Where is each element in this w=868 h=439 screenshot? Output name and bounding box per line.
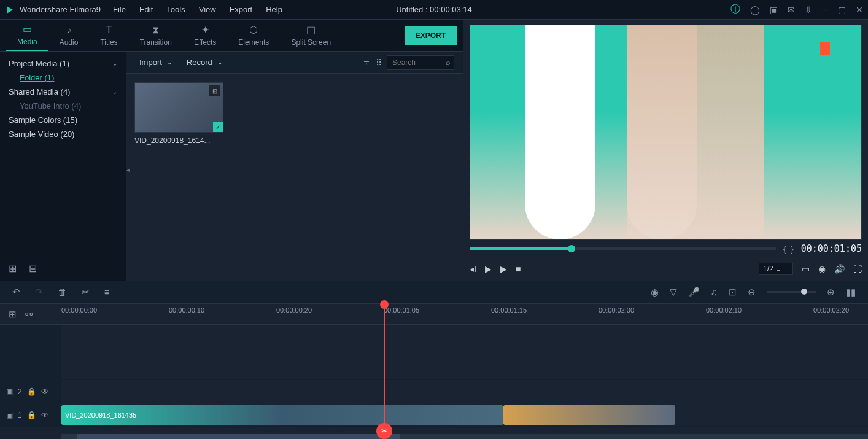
snapshot-icon[interactable]: ◉ [818,264,826,274]
split-icon[interactable]: ✂ [82,287,90,298]
tab-titles[interactable]: TTitles [89,21,128,50]
tree-label: Project Media (1) [9,59,69,68]
track-body[interactable] [61,380,868,403]
preview-progress[interactable] [470,247,776,250]
stop-button[interactable]: ■ [516,264,521,274]
left-panel: ▭Media ♪Audio TTitles ⧗Transition ✦Effec… [0,20,463,281]
minimize-icon[interactable]: ─ [822,5,828,15]
export-button[interactable]: EXPORT [405,26,457,45]
delete-icon[interactable]: 🗑 [58,287,67,297]
lock-icon[interactable]: 🔒 [27,411,36,419]
options-icon[interactable]: ≡ [104,287,110,297]
render-icon[interactable]: ◉ [651,287,659,298]
download-icon[interactable]: ⇩ [805,5,812,15]
marker-icon[interactable]: ▽ [670,287,677,298]
timeline-clip[interactable]: VID_20200918_161435 [61,405,503,425]
save-icon[interactable]: ▣ [770,5,778,15]
tab-label: Effects [194,38,216,47]
track-body[interactable]: VID_20200918_161435 [61,403,868,426]
search-icon[interactable]: ⌕ [446,58,451,67]
voiceover-icon[interactable]: 🎤 [688,287,700,298]
tab-label: Split Screen [291,38,331,47]
filter-icon[interactable]: ⫧ [362,58,371,68]
menu-file[interactable]: File [113,5,126,14]
prev-frame-button[interactable]: ◂Ⅰ [470,264,476,274]
menu-edit[interactable]: Edit [139,5,153,14]
tree-label: Sample Video (20) [9,130,74,139]
fullscreen-icon[interactable]: ⛶ [853,264,862,274]
clip-name: VID_20200918_1614... [134,136,223,145]
link-icon[interactable]: ⚯ [25,309,33,320]
redo-icon[interactable]: ↷ [35,287,43,298]
tab-label: Elements [238,38,269,47]
elements-icon: ⬡ [249,24,258,36]
in-bracket-icon[interactable]: { [783,244,786,254]
ruler-tick: 00:00:00:00 [61,306,97,314]
maximize-icon[interactable]: ▢ [838,5,846,15]
search-wrap: ⌕ [387,55,454,70]
lock-icon[interactable]: 🔒 [27,387,36,396]
audio-mixer-icon[interactable]: ♫ [711,287,718,297]
tab-label: Media [17,37,37,46]
clip-thumbnail: ⊞ ✓ [134,82,223,133]
visibility-icon[interactable]: 👁 [41,411,48,419]
ruler-tick: 00:00:02:20 [813,306,849,314]
zoom-fit-icon[interactable]: ▮▮ [846,287,856,298]
undo-icon[interactable]: ↶ [12,287,20,298]
tab-elements[interactable]: ⬡Elements [227,20,280,50]
media-clip[interactable]: ⊞ ✓ VID_20200918_1614... [134,82,223,145]
tree-shared-media[interactable]: Shared Media (4)⌄ [0,85,126,99]
clip-used-icon: ✓ [213,122,223,132]
record-button[interactable]: Record⌄ [182,55,227,69]
add-folder-icon[interactable]: ⊞ [9,263,17,274]
remove-folder-icon[interactable]: ⊟ [29,263,37,274]
tab-transition[interactable]: ⧗Transition [129,21,183,50]
tree-youtube-intro[interactable]: YouTube Intro (4) [0,99,126,113]
playhead[interactable]: ✂ [384,304,385,439]
timeline-clip[interactable] [503,405,675,425]
music-icon: ♪ [66,25,71,36]
next-frame-button[interactable]: ▶ [500,264,507,274]
tree-project-media[interactable]: Project Media (1)⌄ [0,56,126,71]
collapse-tree-icon[interactable]: ◂ [126,166,130,173]
search-input[interactable] [387,55,454,70]
tab-split-screen[interactable]: ◫Split Screen [280,20,342,50]
tree-folder-1[interactable]: Folder (1) [0,71,126,85]
info-icon[interactable]: ⓘ [730,3,740,16]
zoom-out-icon[interactable]: ⊖ [748,287,756,298]
close-icon[interactable]: ✕ [856,5,863,15]
account-icon[interactable]: ◯ [750,5,760,15]
tree-sample-video[interactable]: Sample Video (20) [0,127,126,141]
clip-label: VID_20200918_161435 [65,411,136,419]
playhead-cut-icon[interactable]: ✂ [376,423,392,439]
menu-help[interactable]: Help [266,5,282,14]
timeline-scrollbar[interactable] [61,434,868,439]
module-tabs: ▭Media ♪Audio TTitles ⧗Transition ✦Effec… [0,20,463,52]
ruler-tick: 00:00:01:15 [491,306,527,314]
zoom-slider[interactable] [767,291,816,293]
tab-effects[interactable]: ✦Effects [183,20,227,50]
chevron-down-icon: ⌄ [167,59,172,66]
tab-media[interactable]: ▭Media [6,20,48,51]
grid-view-icon[interactable]: ⠿ [376,58,382,68]
menu-view[interactable]: View [199,5,216,14]
timeline-scale[interactable]: 00:00:00:00 00:00:00:10 00:00:00:20 00:0… [61,304,868,324]
tab-label: Transition [140,38,172,47]
menu-tools[interactable]: Tools [166,5,185,14]
quality-icon[interactable]: ▭ [802,264,810,274]
playback-speed-select[interactable]: 1/2 ⌄ [759,263,793,275]
preview-viewport[interactable] [470,25,862,240]
chevron-down-icon: ⌄ [217,59,222,66]
crop-icon[interactable]: ⊡ [729,287,737,298]
mail-icon[interactable]: ✉ [788,5,795,15]
volume-icon[interactable]: 🔊 [834,264,845,274]
import-button[interactable]: Import⌄ [134,55,177,69]
track-add-icon[interactable]: ⊞ [9,309,17,320]
visibility-icon[interactable]: 👁 [41,387,48,396]
tab-audio[interactable]: ♪Audio [48,21,90,50]
zoom-in-icon[interactable]: ⊕ [827,287,835,298]
play-button[interactable]: ▶ [485,264,492,274]
out-bracket-icon[interactable]: } [791,244,793,254]
menu-export[interactable]: Export [230,5,253,14]
tree-sample-colors[interactable]: Sample Colors (15) [0,113,126,127]
